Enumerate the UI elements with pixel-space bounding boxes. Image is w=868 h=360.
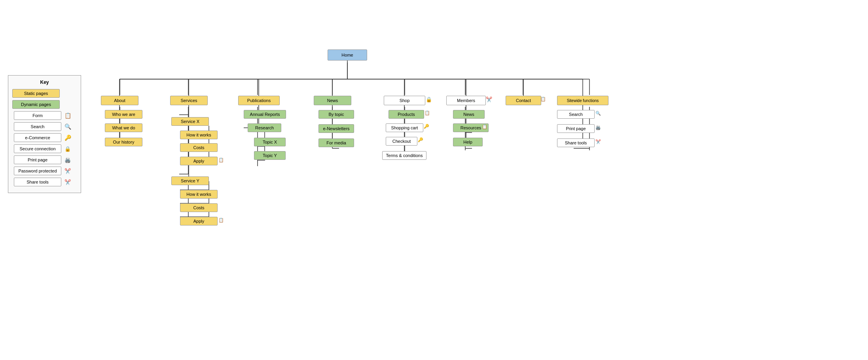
- costs-x-node[interactable]: Costs: [180, 143, 218, 152]
- service-y-node[interactable]: Service Y: [171, 176, 209, 185]
- for-media-node[interactable]: For media: [318, 138, 354, 147]
- key-password-node: Password protected: [14, 167, 61, 175]
- shop-secure-icon: 🔒: [426, 97, 432, 102]
- products-icon: 📋: [425, 110, 430, 116]
- key-print-row: Print page 🖨️: [12, 155, 77, 164]
- shopping-cart-icon: 🔑: [424, 124, 429, 129]
- key-secure-node: Secure connection: [14, 144, 61, 153]
- key-print-node: Print page: [14, 155, 61, 164]
- key-dynamic-node: Dynamic pages: [12, 100, 60, 109]
- key-panel: Key Static pages Dynamic pages Form 📋 Se…: [8, 75, 81, 193]
- key-title: Key: [12, 80, 77, 85]
- print-page-sw-node[interactable]: Print page: [557, 124, 595, 133]
- key-item-static: Static pages: [12, 89, 77, 98]
- share-icon: ✂️: [64, 179, 71, 185]
- sitewide-node[interactable]: Sitewide functions: [557, 96, 608, 105]
- key-password-row: Password protected ✂️: [12, 167, 77, 175]
- share-tools-sw-node[interactable]: Share tools: [557, 138, 595, 147]
- key-search-row: Search 🔍: [12, 122, 77, 131]
- annual-reports-node[interactable]: Annual Reports: [244, 110, 286, 119]
- products-node[interactable]: Products: [389, 110, 424, 119]
- key-secure-row: Secure connection 🔒: [12, 144, 77, 153]
- members-icon: ✂️: [486, 97, 492, 102]
- our-history-node[interactable]: Our history: [105, 138, 142, 146]
- by-topic-node[interactable]: By topic: [318, 110, 354, 119]
- help-node[interactable]: Help: [453, 138, 483, 146]
- topic-x-node[interactable]: Topic X: [254, 138, 286, 146]
- about-node[interactable]: About: [101, 96, 138, 105]
- services-node[interactable]: Services: [170, 96, 208, 105]
- key-share-row: Share tools ✂️: [12, 178, 77, 186]
- checkout-icon: 🔑: [418, 137, 423, 142]
- news-node[interactable]: News: [314, 96, 351, 105]
- share-sw-icon: ✂️: [595, 139, 601, 144]
- how-it-works-y-node[interactable]: How it works: [180, 190, 218, 199]
- terms-node[interactable]: Terms & conditions: [382, 151, 426, 160]
- what-we-do-node[interactable]: What we do: [105, 123, 142, 132]
- print-sw-icon: 🖨️: [595, 125, 601, 130]
- costs-y-node[interactable]: Costs: [180, 203, 218, 212]
- apply-y-node[interactable]: Apply: [180, 217, 218, 225]
- key-form-node: Form: [14, 111, 61, 120]
- apply-x-node[interactable]: Apply: [180, 157, 218, 165]
- svg-lines: [0, 0, 868, 360]
- key-item-dynamic: Dynamic pages: [12, 100, 77, 109]
- key-ecommerce-row: e-Commerce 🔑: [12, 133, 77, 142]
- publications-node[interactable]: Publications: [238, 96, 280, 105]
- contact-form-icon: 📋: [540, 97, 546, 102]
- checkout-node[interactable]: Checkout: [386, 137, 417, 146]
- shop-node[interactable]: Shop: [384, 96, 425, 105]
- service-x-node[interactable]: Service X: [171, 117, 209, 126]
- search-sw-node[interactable]: Search: [557, 110, 595, 119]
- secure-icon: 🔒: [64, 146, 71, 152]
- search-sw-icon: 🔍: [595, 111, 601, 116]
- members-news-node[interactable]: News: [453, 110, 485, 119]
- ecommerce-icon: 🔑: [64, 135, 71, 141]
- home-node[interactable]: Home: [328, 49, 367, 61]
- how-it-works-x-node[interactable]: How it works: [180, 131, 218, 139]
- print-icon: 🖨️: [64, 157, 71, 163]
- topic-y-node[interactable]: Topic Y: [254, 151, 286, 160]
- who-we-are-node[interactable]: Who we are: [105, 110, 142, 119]
- apply-x-form-icon: 📋: [218, 157, 224, 163]
- key-share-node: Share tools: [14, 178, 61, 186]
- research-node[interactable]: Research: [248, 123, 281, 132]
- apply-y-form-icon: 📋: [218, 218, 224, 223]
- key-form-row: Form 📋: [12, 111, 77, 120]
- key-static-node: Static pages: [12, 89, 60, 98]
- password-icon: ✂️: [64, 168, 71, 174]
- contact-node[interactable]: Contact: [506, 96, 541, 105]
- connector-lines: [0, 0, 868, 360]
- enewsletters-node[interactable]: e-Newsletters: [318, 124, 354, 133]
- search-icon: 🔍: [64, 123, 71, 130]
- resources-form-icon: 📋: [482, 124, 487, 129]
- canvas: Key Static pages Dynamic pages Form 📋 Se…: [0, 0, 868, 360]
- key-search-node: Search: [14, 122, 61, 131]
- shopping-cart-node[interactable]: Shopping cart: [386, 123, 423, 132]
- members-node[interactable]: Members: [446, 96, 486, 105]
- key-ecommerce-node: e-Commerce: [14, 133, 61, 142]
- form-icon: 📋: [64, 112, 71, 119]
